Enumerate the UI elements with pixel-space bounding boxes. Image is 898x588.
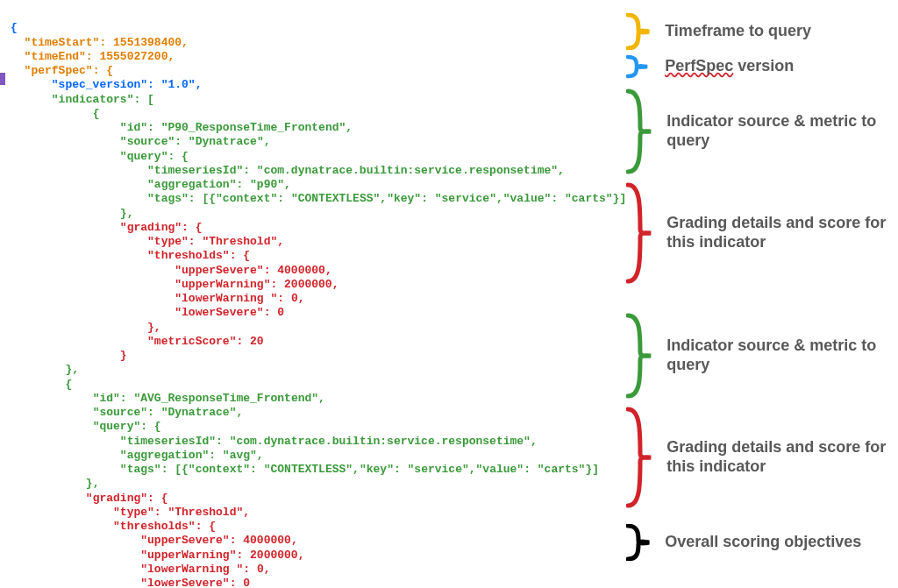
bracket-icon xyxy=(626,54,652,79)
bracket-icon xyxy=(626,405,654,510)
edit-marker xyxy=(0,73,5,85)
annotation-perfspec-version: PerfSpec version xyxy=(665,57,794,76)
bracket-icon xyxy=(626,88,654,175)
bracket-icon xyxy=(626,524,652,561)
annotation-column: Timeframe to query PerfSpec version Indi… xyxy=(626,7,887,585)
annotation-timeframe: Timeframe to query xyxy=(665,22,811,41)
annotation-grading-2: Grading details and score for this indic… xyxy=(666,438,887,476)
annotation-objectives: Overall scoring objectives xyxy=(665,533,861,552)
json-code-block: { "timeStart": 1551398400, "timeEnd": 15… xyxy=(11,7,626,588)
document-root: { "timeStart": 1551398400, "timeEnd": 15… xyxy=(11,7,887,588)
annotation-grading-1: Grading details and score for this indic… xyxy=(666,214,887,251)
annotation-indicator-1: Indicator source & metric to query xyxy=(666,112,887,150)
bracket-icon xyxy=(626,312,654,400)
annotation-indicator-2: Indicator source & metric to query xyxy=(666,337,887,374)
bracket-icon xyxy=(626,181,654,286)
bracket-icon xyxy=(626,13,652,50)
